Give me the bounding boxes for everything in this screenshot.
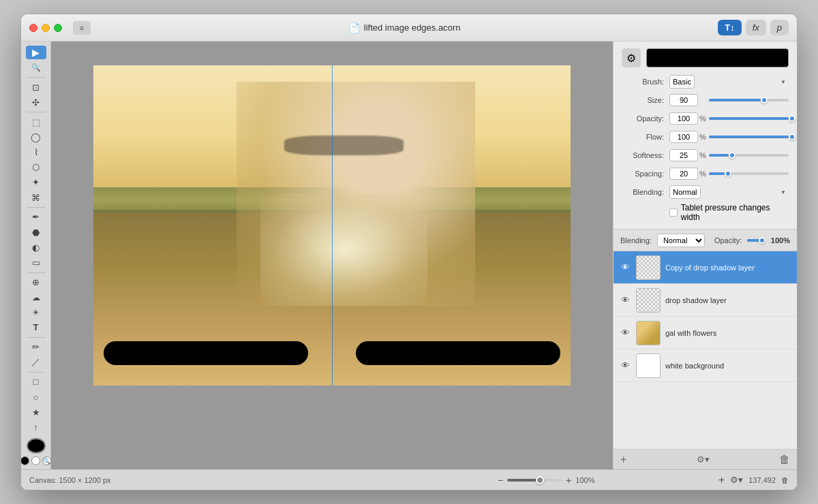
- layer-thumbnail: [636, 288, 661, 313]
- vertical-guide: [332, 65, 333, 385]
- layers-panel: Blending: Normal Opacity: 100%: [614, 230, 797, 469]
- crop-tool[interactable]: ⊡: [26, 80, 46, 94]
- opacity-slider-thumb: [789, 115, 796, 122]
- size-slider[interactable]: [709, 99, 789, 101]
- layer-item[interactable]: 👁 drop shadow layer: [614, 284, 797, 317]
- close-button[interactable]: [29, 24, 37, 32]
- spacing-slider-thumb: [725, 170, 731, 177]
- settings-status-icon[interactable]: ⚙▾: [730, 475, 743, 485]
- delete-layer-button[interactable]: 🗑: [779, 454, 790, 466]
- size-input[interactable]: [669, 94, 698, 106]
- blending-select-arrow: ▼: [781, 189, 786, 195]
- text-tool-button[interactable]: T↕: [718, 20, 741, 35]
- small-tools: 🔍: [21, 456, 51, 465]
- lasso-tool[interactable]: ⌇: [26, 146, 46, 159]
- circle-shape-tool[interactable]: ○: [26, 390, 46, 404]
- layer-item[interactable]: 👁 gal with flowers: [614, 317, 797, 349]
- fx-button[interactable]: fx: [746, 20, 766, 35]
- brush-settings-gear[interactable]: ⚙: [622, 48, 641, 67]
- flow-input[interactable]: [669, 131, 698, 143]
- flow-slider[interactable]: [709, 136, 789, 138]
- canvas-area[interactable]: [51, 42, 613, 469]
- dodge-tool[interactable]: ◐: [26, 240, 46, 254]
- eyedropper-tool[interactable]: ✒: [26, 210, 46, 224]
- softness-slider[interactable]: [709, 154, 789, 157]
- spacing-label: Spacing:: [622, 170, 669, 178]
- flow-slider-thumb: [789, 133, 796, 140]
- zoom-in-icon[interactable]: +: [566, 475, 571, 486]
- vector-pen-tool[interactable]: ✏: [26, 341, 46, 354]
- minimize-button[interactable]: [42, 24, 50, 32]
- p-button[interactable]: p: [770, 20, 789, 35]
- color-preview[interactable]: [646, 48, 789, 67]
- blur-tool[interactable]: ☀: [26, 306, 46, 319]
- softness-slider-thumb: [729, 152, 736, 159]
- layer-name: drop shadow layer: [665, 296, 791, 304]
- flowers-area: [260, 193, 427, 306]
- layer-item[interactable]: 👁 white background: [614, 349, 797, 382]
- spacing-input[interactable]: [669, 168, 698, 180]
- clone-tool[interactable]: ⊕: [26, 275, 46, 289]
- sidebar-toggle-button[interactable]: ≡: [73, 21, 91, 35]
- main-area: ▶ 🔍 ⊡ ✣ ⬚ ◯ ⌇ ⬡ ✦ ⌘ ✒ ⬣ ◐ ▭ ⊕ ☁ ☀ T ✏ ／: [21, 42, 797, 469]
- trash-icon[interactable]: 🗑: [781, 476, 789, 484]
- layer-settings-button[interactable]: ⚙▾: [697, 454, 710, 464]
- polygon-lasso-tool[interactable]: ⬡: [26, 161, 46, 174]
- zoom-out-mini[interactable]: 🔍: [42, 456, 51, 465]
- brush-select-tool[interactable]: ⌘: [26, 191, 46, 204]
- layers-list: 👁 Copy of drop shadow layer 👁 drop shado…: [614, 251, 797, 449]
- title-label: lifted image edges.acorn: [364, 22, 461, 33]
- layer-eye-icon[interactable]: 👁: [619, 294, 631, 306]
- brush-spacing-row: Spacing: %: [622, 166, 789, 181]
- layers-blending-select[interactable]: Normal: [657, 234, 705, 247]
- layer-eye-icon[interactable]: 👁: [619, 327, 631, 339]
- black-bar-left: [104, 341, 308, 365]
- blending-select[interactable]: Normal: [669, 185, 701, 199]
- opacity-slider[interactable]: [709, 117, 789, 120]
- arrow-tool[interactable]: ▶: [26, 46, 46, 59]
- brush-softness-row: Softness: %: [622, 148, 789, 163]
- eraser-tool[interactable]: ▭: [26, 255, 46, 269]
- layer-eye-icon[interactable]: 👁: [619, 360, 631, 372]
- zoom-tool[interactable]: 🔍: [26, 61, 46, 74]
- black-bar-right: [356, 341, 560, 365]
- paint-bucket-tool[interactable]: ⬣: [26, 225, 46, 239]
- rect-shape-tool[interactable]: □: [26, 375, 46, 389]
- rect-marquee-tool[interactable]: ⬚: [26, 115, 46, 129]
- layer-name: Copy of drop shadow layer: [665, 264, 791, 272]
- ellipse-marquee-tool[interactable]: ◯: [26, 130, 46, 144]
- opacity-input[interactable]: [669, 112, 698, 125]
- maximize-button[interactable]: [54, 24, 62, 32]
- layers-opacity-slider[interactable]: [747, 239, 766, 242]
- app-window: ≡ 📄 lifted image edges.acorn T↕ fx p ▶ 🔍…: [20, 14, 798, 490]
- text-tool[interactable]: T: [26, 321, 46, 334]
- fg-color-btn[interactable]: [21, 456, 29, 465]
- spacing-slider[interactable]: [709, 172, 789, 175]
- star-shape-tool[interactable]: ★: [26, 405, 46, 419]
- tablet-checkbox[interactable]: [669, 208, 678, 217]
- transform-tool[interactable]: ✣: [26, 95, 46, 109]
- arrow-shape-tool[interactable]: ↑: [26, 420, 46, 434]
- pencil-tool[interactable]: ／: [26, 356, 46, 369]
- layer-thumbnail: [636, 353, 661, 378]
- blending-label: Blending:: [622, 188, 669, 196]
- zoom-out-icon[interactable]: −: [498, 475, 503, 486]
- size-label: Size:: [622, 96, 669, 104]
- magic-wand-tool[interactable]: ✦: [26, 176, 46, 189]
- zoom-slider[interactable]: [507, 479, 562, 482]
- blending-select-wrapper: Normal ▼: [669, 185, 789, 199]
- brush-select-arrow: ▼: [781, 79, 786, 85]
- smudge-tool[interactable]: ☁: [26, 290, 46, 304]
- tablet-checkbox-row: Tablet pressure changes width: [669, 203, 789, 222]
- layer-eye-icon[interactable]: 👁: [619, 262, 631, 274]
- layer-item[interactable]: 👁 Copy of drop shadow layer: [614, 251, 797, 284]
- bg-color-btn[interactable]: [31, 456, 40, 465]
- color-swatch[interactable]: [27, 438, 46, 454]
- titlebar: ≡ 📄 lifted image edges.acorn T↕ fx p: [21, 14, 797, 42]
- softness-input[interactable]: [669, 149, 698, 161]
- thumb-photo: [637, 321, 660, 345]
- brush-type-select[interactable]: Basic: [669, 75, 695, 89]
- add-layer-button[interactable]: +: [620, 454, 626, 466]
- add-layer-status-btn[interactable]: +: [718, 474, 725, 486]
- softness-label: Softness:: [622, 151, 669, 159]
